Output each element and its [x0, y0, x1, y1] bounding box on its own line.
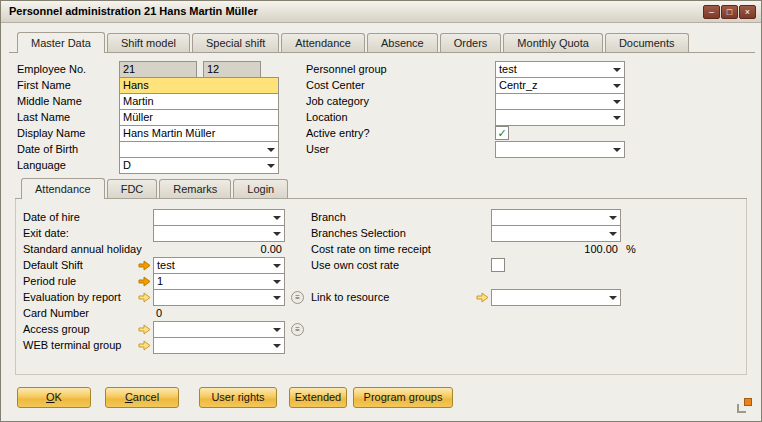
minimize-button[interactable]: –: [703, 5, 720, 19]
window-title: Personnel administration 21 Hans Martin …: [9, 1, 258, 22]
cost-center-select[interactable]: Centr_z: [495, 77, 625, 94]
language-value: D: [123, 158, 131, 173]
maximize-button[interactable]: □: [721, 5, 738, 19]
web-terminal-group-select[interactable]: [153, 337, 285, 354]
tab-special-shift[interactable]: Special shift: [192, 33, 279, 52]
link-arrow-icon[interactable]: [138, 324, 151, 335]
period-rule-select[interactable]: 1: [153, 273, 285, 290]
personnel-group-value: test: [499, 62, 517, 77]
access-group-label: Access group: [23, 321, 135, 338]
minimize-icon: –: [709, 7, 714, 17]
link-arrow-icon[interactable]: [138, 292, 151, 303]
close-button[interactable]: ×: [739, 5, 756, 19]
extended-button[interactable]: Extended: [289, 387, 347, 408]
standard-annual-holiday-label: Standard annual holiday: [23, 241, 148, 258]
chevron-down-icon: [613, 148, 621, 152]
user-select[interactable]: [495, 141, 625, 158]
employee-no-field-2: 12: [203, 61, 261, 78]
chevron-down-icon: [609, 296, 617, 300]
tab-shift-model[interactable]: Shift model: [107, 33, 190, 52]
evaluation-by-report-select[interactable]: [153, 289, 285, 306]
period-rule-label: Period rule: [23, 273, 135, 290]
card-number-input[interactable]: 0: [153, 305, 285, 322]
link-to-resource-select[interactable]: [491, 289, 621, 306]
ok-button[interactable]: OK: [17, 387, 91, 408]
use-own-cost-rate-checkbox[interactable]: [491, 258, 505, 272]
last-name-input[interactable]: Müller: [119, 109, 279, 126]
evaluation-by-report-label: Evaluation by report: [23, 289, 135, 306]
subtab-remarks[interactable]: Remarks: [159, 179, 231, 198]
standard-annual-holiday-input[interactable]: 0.00: [153, 241, 285, 258]
last-name-label: Last Name: [17, 109, 117, 126]
card-number-label: Card Number: [23, 305, 135, 322]
cost-rate-input[interactable]: 100.00: [491, 241, 621, 258]
maximize-icon: □: [727, 7, 732, 17]
subtab-login[interactable]: Login: [233, 179, 288, 198]
chevron-down-icon: [273, 328, 281, 332]
employee-no-label: Employee No.: [17, 61, 117, 78]
resize-grip-icon[interactable]: [737, 398, 752, 413]
main-tabstrip: Master Data Shift model Special shift At…: [9, 31, 755, 53]
selection-list-icon[interactable]: ≡: [291, 291, 304, 304]
default-shift-select[interactable]: test: [153, 257, 285, 274]
personnel-group-select[interactable]: test: [495, 61, 625, 78]
chevron-down-icon: [267, 164, 275, 168]
employee-no-field-1: 21: [119, 61, 197, 78]
link-arrow-icon[interactable]: [138, 340, 151, 351]
tab-documents[interactable]: Documents: [605, 33, 689, 52]
program-groups-button[interactable]: Program groups: [353, 387, 453, 408]
job-category-select[interactable]: [495, 93, 625, 110]
middle-name-label: Middle Name: [17, 93, 117, 110]
link-arrow-icon[interactable]: [138, 260, 151, 271]
default-shift-label: Default Shift: [23, 257, 135, 274]
chevron-down-icon: [609, 232, 617, 236]
chevron-down-icon: [273, 232, 281, 236]
link-arrow-icon[interactable]: [476, 292, 489, 303]
cost-rate-label: Cost rate on time receipt: [311, 241, 476, 258]
default-shift-value: test: [157, 258, 175, 273]
titlebar[interactable]: Personnel administration 21 Hans Martin …: [1, 1, 761, 23]
cost-center-value: Centr_z: [499, 78, 538, 93]
tab-orders[interactable]: Orders: [440, 33, 502, 52]
cost-center-label: Cost Center: [306, 77, 491, 94]
access-group-select[interactable]: [153, 321, 285, 338]
subtab-attendance[interactable]: Attendance: [21, 178, 105, 199]
branch-select[interactable]: [491, 209, 621, 226]
sub-tabstrip: Attendance FDC Remarks Login: [15, 179, 747, 199]
chevron-down-icon: [613, 68, 621, 72]
chevron-down-icon: [273, 344, 281, 348]
active-entry-checkbox[interactable]: ✓: [495, 126, 509, 140]
date-of-hire-select[interactable]: [153, 209, 285, 226]
branches-selection-label: Branches Selection: [311, 225, 476, 242]
exit-date-select[interactable]: [153, 225, 285, 242]
subtab-fdc[interactable]: FDC: [107, 179, 158, 198]
link-arrow-icon[interactable]: [138, 276, 151, 287]
date-of-birth-select[interactable]: [119, 141, 279, 158]
branches-selection-select[interactable]: [491, 225, 621, 242]
tab-master-data[interactable]: Master Data: [17, 32, 105, 53]
middle-name-input[interactable]: Martin: [119, 93, 279, 110]
active-entry-label: Active entry?: [306, 125, 491, 142]
date-of-birth-label: Date of Birth: [17, 141, 117, 158]
location-select[interactable]: [495, 109, 625, 126]
link-to-resource-label: Link to resource: [311, 289, 471, 306]
tab-absence[interactable]: Absence: [367, 33, 438, 52]
chevron-down-icon: [613, 116, 621, 120]
selection-list-icon[interactable]: ≡: [291, 323, 304, 336]
tab-monthly-quota[interactable]: Monthly Quota: [503, 33, 603, 52]
display-name-input[interactable]: Hans Martin Müller: [119, 125, 279, 142]
period-rule-value: 1: [157, 274, 163, 289]
tab-attendance[interactable]: Attendance: [281, 33, 365, 52]
display-name-label: Display Name: [17, 125, 117, 142]
user-label: User: [306, 141, 491, 158]
user-rights-button[interactable]: User rights: [199, 387, 277, 408]
chevron-down-icon: [273, 296, 281, 300]
chevron-down-icon: [273, 264, 281, 268]
chevron-down-icon: [613, 84, 621, 88]
date-of-hire-label: Date of hire: [23, 209, 135, 226]
cancel-button[interactable]: Cancel: [105, 387, 179, 408]
language-select[interactable]: D: [119, 157, 279, 174]
chevron-down-icon: [273, 280, 281, 284]
first-name-input[interactable]: Hans: [119, 77, 279, 94]
language-label: Language: [17, 157, 117, 174]
